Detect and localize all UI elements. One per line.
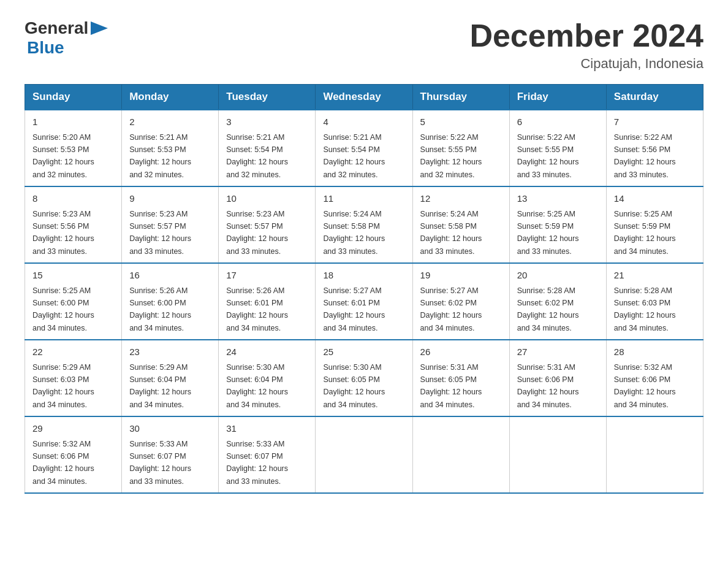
calendar-cell-w1-d4: 5 Sunrise: 5:22 AMSunset: 5:55 PMDayligh… bbox=[412, 110, 509, 186]
calendar-week-2: 8 Sunrise: 5:23 AMSunset: 5:56 PMDayligh… bbox=[25, 186, 703, 263]
day-info: Sunrise: 5:21 AMSunset: 5:54 PMDaylight:… bbox=[226, 133, 288, 179]
day-info: Sunrise: 5:27 AMSunset: 6:02 PMDaylight:… bbox=[420, 286, 482, 332]
logo-arrow-icon bbox=[91, 21, 108, 35]
day-info: Sunrise: 5:20 AMSunset: 5:53 PMDaylight:… bbox=[32, 133, 94, 179]
day-info: Sunrise: 5:33 AMSunset: 6:07 PMDaylight:… bbox=[226, 440, 288, 486]
day-number: 25 bbox=[323, 345, 404, 359]
day-number: 20 bbox=[517, 269, 599, 283]
calendar-cell-w3-d1: 16 Sunrise: 5:26 AMSunset: 6:00 PMDaylig… bbox=[122, 263, 219, 340]
day-number: 21 bbox=[614, 269, 696, 283]
month-year-title: December 2024 bbox=[469, 18, 703, 53]
calendar-cell-w1-d6: 7 Sunrise: 5:22 AMSunset: 5:56 PMDayligh… bbox=[606, 110, 703, 186]
day-info: Sunrise: 5:30 AMSunset: 6:05 PMDaylight:… bbox=[323, 363, 385, 409]
calendar-cell-w4-d6: 28 Sunrise: 5:32 AMSunset: 6:06 PMDaylig… bbox=[606, 340, 703, 416]
header-wednesday: Wednesday bbox=[316, 85, 412, 110]
calendar-cell-w3-d5: 20 Sunrise: 5:28 AMSunset: 6:02 PMDaylig… bbox=[509, 263, 606, 340]
calendar-cell-w1-d0: 1 Sunrise: 5:20 AMSunset: 5:53 PMDayligh… bbox=[25, 110, 122, 186]
day-info: Sunrise: 5:25 AMSunset: 6:00 PMDaylight:… bbox=[32, 286, 94, 332]
calendar-cell-w5-d4 bbox=[412, 416, 509, 493]
calendar-cell-w3-d0: 15 Sunrise: 5:25 AMSunset: 6:00 PMDaylig… bbox=[25, 263, 122, 340]
day-number: 17 bbox=[226, 269, 308, 283]
day-info: Sunrise: 5:31 AMSunset: 6:06 PMDaylight:… bbox=[517, 363, 579, 409]
day-info: Sunrise: 5:25 AMSunset: 5:59 PMDaylight:… bbox=[517, 210, 579, 256]
day-info: Sunrise: 5:32 AMSunset: 6:06 PMDaylight:… bbox=[32, 440, 94, 486]
day-number: 12 bbox=[420, 192, 502, 206]
calendar-cell-w4-d4: 26 Sunrise: 5:31 AMSunset: 6:05 PMDaylig… bbox=[412, 340, 509, 416]
day-number: 23 bbox=[129, 345, 211, 359]
day-number: 16 bbox=[129, 269, 211, 283]
calendar-header-row: SundayMondayTuesdayWednesdayThursdayFrid… bbox=[25, 85, 703, 110]
header-monday: Monday bbox=[122, 85, 219, 110]
day-info: Sunrise: 5:28 AMSunset: 6:03 PMDaylight:… bbox=[614, 286, 676, 332]
day-info: Sunrise: 5:33 AMSunset: 6:07 PMDaylight:… bbox=[129, 440, 191, 486]
calendar-cell-w5-d2: 31 Sunrise: 5:33 AMSunset: 6:07 PMDaylig… bbox=[219, 416, 316, 493]
calendar-cell-w2-d1: 9 Sunrise: 5:23 AMSunset: 5:57 PMDayligh… bbox=[122, 186, 219, 263]
header-thursday: Thursday bbox=[412, 85, 509, 110]
day-info: Sunrise: 5:23 AMSunset: 5:56 PMDaylight:… bbox=[32, 210, 94, 256]
day-info: Sunrise: 5:24 AMSunset: 5:58 PMDaylight:… bbox=[420, 210, 482, 256]
day-info: Sunrise: 5:29 AMSunset: 6:03 PMDaylight:… bbox=[32, 363, 94, 409]
location-subtitle: Cipatujah, Indonesia bbox=[469, 56, 703, 72]
day-number: 26 bbox=[420, 345, 502, 359]
day-number: 22 bbox=[32, 345, 114, 359]
calendar-cell-w5-d6 bbox=[606, 416, 703, 493]
day-info: Sunrise: 5:21 AMSunset: 5:53 PMDaylight:… bbox=[129, 133, 191, 179]
svg-marker-0 bbox=[91, 21, 108, 35]
calendar-cell-w3-d3: 18 Sunrise: 5:27 AMSunset: 6:01 PMDaylig… bbox=[316, 263, 412, 340]
header-sunday: Sunday bbox=[25, 85, 122, 110]
day-number: 2 bbox=[129, 115, 211, 129]
logo-general-text: General bbox=[25, 18, 88, 38]
calendar-cell-w2-d2: 10 Sunrise: 5:23 AMSunset: 5:57 PMDaylig… bbox=[219, 186, 316, 263]
calendar-cell-w2-d6: 14 Sunrise: 5:25 AMSunset: 5:59 PMDaylig… bbox=[606, 186, 703, 263]
day-info: Sunrise: 5:32 AMSunset: 6:06 PMDaylight:… bbox=[614, 363, 676, 409]
calendar-cell-w1-d2: 3 Sunrise: 5:21 AMSunset: 5:54 PMDayligh… bbox=[219, 110, 316, 186]
calendar-cell-w2-d0: 8 Sunrise: 5:23 AMSunset: 5:56 PMDayligh… bbox=[25, 186, 122, 263]
day-number: 10 bbox=[226, 192, 308, 206]
calendar-cell-w2-d3: 11 Sunrise: 5:24 AMSunset: 5:58 PMDaylig… bbox=[316, 186, 412, 263]
day-number: 27 bbox=[517, 345, 599, 359]
calendar-cell-w4-d1: 23 Sunrise: 5:29 AMSunset: 6:04 PMDaylig… bbox=[122, 340, 219, 416]
day-number: 5 bbox=[420, 115, 502, 129]
day-number: 29 bbox=[32, 422, 114, 436]
calendar-cell-w3-d6: 21 Sunrise: 5:28 AMSunset: 6:03 PMDaylig… bbox=[606, 263, 703, 340]
day-info: Sunrise: 5:21 AMSunset: 5:54 PMDaylight:… bbox=[323, 133, 385, 179]
page-header: General Blue December 2024 Cipatujah, In… bbox=[25, 18, 703, 72]
calendar-week-1: 1 Sunrise: 5:20 AMSunset: 5:53 PMDayligh… bbox=[25, 110, 703, 186]
day-number: 7 bbox=[614, 115, 696, 129]
day-info: Sunrise: 5:31 AMSunset: 6:05 PMDaylight:… bbox=[420, 363, 482, 409]
calendar-table: SundayMondayTuesdayWednesdayThursdayFrid… bbox=[25, 84, 703, 494]
calendar-cell-w5-d1: 30 Sunrise: 5:33 AMSunset: 6:07 PMDaylig… bbox=[122, 416, 219, 493]
day-number: 28 bbox=[614, 345, 696, 359]
day-number: 30 bbox=[129, 422, 211, 436]
calendar-cell-w4-d2: 24 Sunrise: 5:30 AMSunset: 6:04 PMDaylig… bbox=[219, 340, 316, 416]
day-number: 15 bbox=[32, 269, 114, 283]
header-tuesday: Tuesday bbox=[219, 85, 316, 110]
day-info: Sunrise: 5:22 AMSunset: 5:55 PMDaylight:… bbox=[420, 133, 482, 179]
day-info: Sunrise: 5:30 AMSunset: 6:04 PMDaylight:… bbox=[226, 363, 288, 409]
day-number: 3 bbox=[226, 115, 308, 129]
calendar-cell-w1-d3: 4 Sunrise: 5:21 AMSunset: 5:54 PMDayligh… bbox=[316, 110, 412, 186]
day-number: 11 bbox=[323, 192, 404, 206]
calendar-cell-w5-d0: 29 Sunrise: 5:32 AMSunset: 6:06 PMDaylig… bbox=[25, 416, 122, 493]
header-saturday: Saturday bbox=[606, 85, 703, 110]
day-number: 31 bbox=[226, 422, 308, 436]
day-info: Sunrise: 5:29 AMSunset: 6:04 PMDaylight:… bbox=[129, 363, 191, 409]
header-friday: Friday bbox=[509, 85, 606, 110]
day-info: Sunrise: 5:25 AMSunset: 5:59 PMDaylight:… bbox=[614, 210, 676, 256]
calendar-cell-w2-d5: 13 Sunrise: 5:25 AMSunset: 5:59 PMDaylig… bbox=[509, 186, 606, 263]
day-number: 14 bbox=[614, 192, 696, 206]
day-info: Sunrise: 5:23 AMSunset: 5:57 PMDaylight:… bbox=[129, 210, 191, 256]
calendar-cell-w4-d5: 27 Sunrise: 5:31 AMSunset: 6:06 PMDaylig… bbox=[509, 340, 606, 416]
calendar-cell-w4-d0: 22 Sunrise: 5:29 AMSunset: 6:03 PMDaylig… bbox=[25, 340, 122, 416]
day-info: Sunrise: 5:22 AMSunset: 5:56 PMDaylight:… bbox=[614, 133, 676, 179]
day-info: Sunrise: 5:27 AMSunset: 6:01 PMDaylight:… bbox=[323, 286, 385, 332]
day-number: 8 bbox=[32, 192, 114, 206]
day-number: 1 bbox=[32, 115, 114, 129]
calendar-cell-w1-d5: 6 Sunrise: 5:22 AMSunset: 5:55 PMDayligh… bbox=[509, 110, 606, 186]
calendar-cell-w3-d4: 19 Sunrise: 5:27 AMSunset: 6:02 PMDaylig… bbox=[412, 263, 509, 340]
logo: General Blue bbox=[25, 18, 108, 58]
day-info: Sunrise: 5:24 AMSunset: 5:58 PMDaylight:… bbox=[323, 210, 385, 256]
calendar-week-3: 15 Sunrise: 5:25 AMSunset: 6:00 PMDaylig… bbox=[25, 263, 703, 340]
calendar-cell-w2-d4: 12 Sunrise: 5:24 AMSunset: 5:58 PMDaylig… bbox=[412, 186, 509, 263]
calendar-cell-w3-d2: 17 Sunrise: 5:26 AMSunset: 6:01 PMDaylig… bbox=[219, 263, 316, 340]
